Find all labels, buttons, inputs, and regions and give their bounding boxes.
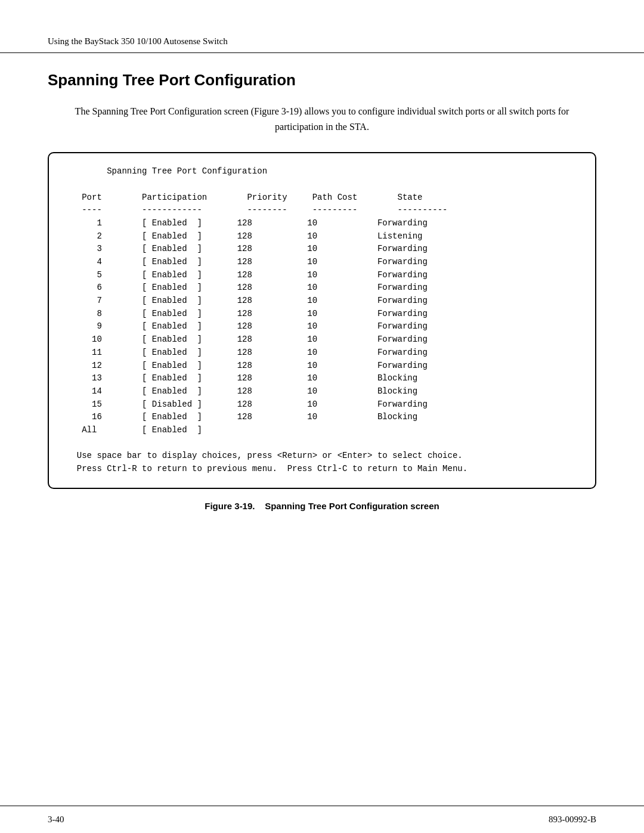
page-header: Using the BayStack 350 10/100 Autosense … (0, 0, 644, 53)
header-text: Using the BayStack 350 10/100 Autosense … (48, 36, 228, 46)
figure-label: Figure 3-19. (205, 501, 255, 511)
figure-caption-space (258, 501, 262, 511)
main-content: Spanning Tree Port Configuration The Spa… (0, 53, 644, 806)
terminal-box: Spanning Tree Port Configuration Port Pa… (48, 152, 596, 489)
footer-page-number: 3-40 (48, 815, 64, 825)
intro-paragraph: The Spanning Tree Port Configuration scr… (48, 104, 596, 134)
footer-doc-number: 893-00992-B (549, 815, 596, 825)
figure-title: Spanning Tree Port Configuration screen (265, 501, 439, 511)
section-heading: Spanning Tree Port Configuration (48, 71, 596, 89)
page-footer: 3-40 893-00992-B (0, 806, 644, 833)
terminal-content: Spanning Tree Port Configuration Port Pa… (67, 165, 577, 476)
figure-caption: Figure 3-19. Spanning Tree Port Configur… (48, 501, 596, 511)
page-container: Using the BayStack 350 10/100 Autosense … (0, 0, 644, 833)
